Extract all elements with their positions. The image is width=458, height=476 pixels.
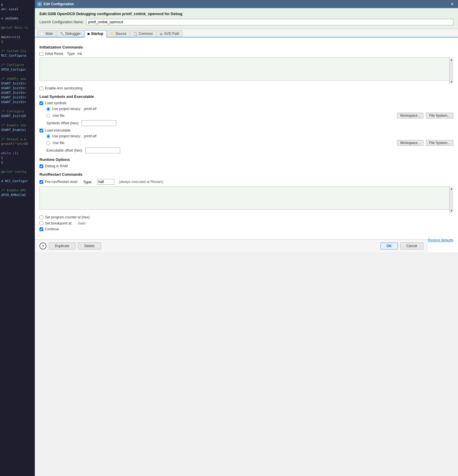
init-commands-header: Initialization Commands xyxy=(39,45,453,49)
tab-startup[interactable]: ▶ Startup xyxy=(84,30,107,37)
enable-arm-semihosting-row: Enable Arm semihosting xyxy=(39,86,453,90)
dialog-content: Edit GDB OpenOCD Debugging configuration… xyxy=(35,8,458,252)
use-project-binary-exec-row: Use project binary: printf.elf xyxy=(46,134,453,138)
tab-svdpath[interactable]: 🗂 SVD Path xyxy=(156,30,183,37)
symbols-offset-row: Symbols offset (hex): xyxy=(46,120,453,126)
load-symbols-row: Load symbols xyxy=(39,101,453,105)
scroll-down-arrow-2[interactable]: ▼ xyxy=(450,209,454,213)
load-symbols-label[interactable]: Load symbols xyxy=(45,101,66,105)
pre-run-restart-checkbox[interactable] xyxy=(39,180,43,184)
code-line: p xyxy=(1,2,34,7)
use-project-binary-symbols-label[interactable]: Use project binary: xyxy=(52,107,81,111)
code-line xyxy=(1,146,34,151)
code-line xyxy=(1,132,34,137)
load-executable-row: Load executable xyxy=(39,128,453,132)
initial-reset-type-value: init xyxy=(77,52,82,56)
cancel-button[interactable]: Cancel xyxy=(400,243,423,249)
initial-reset-label[interactable]: Initial Reset. Type: init xyxy=(45,52,82,56)
set-breakpoint-label[interactable]: Set breakpoint at: xyxy=(45,221,72,225)
code-line: /* Enable the xyxy=(1,123,34,128)
load-executable-checkbox[interactable] xyxy=(39,129,43,132)
restart-type-input[interactable] xyxy=(97,179,114,185)
tab-common[interactable]: 📋 Common xyxy=(130,30,156,37)
symbols-offset-label: Symbols offset (hex): xyxy=(46,121,79,125)
tab-debugger-label: Debugger xyxy=(65,32,81,36)
exec-offset-label: Executable offset (hex): xyxy=(46,148,83,152)
code-line: } xyxy=(1,160,34,165)
run-restart-commands-textarea-container: ▲ ▼ xyxy=(39,186,453,213)
set-breakpoint-checkbox[interactable] xyxy=(39,221,43,225)
symbols-offset-input[interactable] xyxy=(82,120,116,126)
run-restart-commands-textarea[interactable] xyxy=(39,186,453,210)
init-commands-scrollbar: ▲ ▼ xyxy=(449,58,453,84)
tab-common-label: Common xyxy=(139,32,153,36)
symbols-project-binary-value: printf.elf xyxy=(84,107,96,111)
debug-in-ram-label[interactable]: Debug in RAM xyxy=(45,164,68,168)
set-program-counter-checkbox[interactable] xyxy=(39,215,43,219)
use-file-symbols-label[interactable]: Use file: xyxy=(53,114,65,118)
code-line: printf("\n\rUS xyxy=(1,142,34,146)
button-bar: ? Duplicate Delete OK Cancel xyxy=(35,239,428,252)
code-line xyxy=(1,184,34,188)
exec-workspace-button[interactable]: Workspace... xyxy=(397,140,424,146)
use-project-binary-symbols-radio[interactable] xyxy=(46,107,50,111)
close-button[interactable]: ✕ xyxy=(449,1,456,7)
symbols-filesystem-button[interactable]: File System... xyxy=(426,113,453,118)
help-button[interactable]: ? xyxy=(39,243,46,249)
duplicate-button[interactable]: Duplicate xyxy=(49,243,75,249)
use-file-symbols-row: Use file: Workspace... File System... xyxy=(46,113,453,118)
use-project-binary-exec-radio[interactable] xyxy=(46,134,50,138)
continue-checkbox[interactable] xyxy=(39,227,43,231)
breakpoint-value: main xyxy=(78,221,85,225)
debugger-tab-icon: 🔧 xyxy=(60,32,64,36)
load-executable-label[interactable]: Load executable xyxy=(45,128,71,132)
exec-filesystem-button[interactable]: File System... xyxy=(426,140,453,146)
enable-arm-semihosting-checkbox[interactable] xyxy=(39,87,43,90)
use-file-exec-label[interactable]: Use file: xyxy=(53,141,65,145)
config-name-input[interactable] xyxy=(86,19,453,25)
scroll-down-arrow[interactable]: ▼ xyxy=(450,80,454,84)
tab-source[interactable]: 📁 Source xyxy=(107,30,130,37)
code-line xyxy=(1,58,34,63)
config-name-row: Launch Configuration Name: xyxy=(39,19,453,25)
scroll-up-arrow[interactable]: ▲ xyxy=(450,58,454,62)
tab-main[interactable]: 📄 Main xyxy=(37,30,56,37)
code-line xyxy=(1,72,34,77)
code-line: { xyxy=(1,156,34,160)
dialog-title: Edit GDB OpenOCD Debugging configuration… xyxy=(39,12,453,16)
use-project-binary-symbols-row: Use project binary: printf.elf xyxy=(46,107,453,111)
scroll-up-arrow-2[interactable]: ▲ xyxy=(450,186,454,191)
use-file-exec-radio[interactable] xyxy=(46,141,50,145)
set-program-counter-label[interactable]: Set program counter at (hex): xyxy=(45,215,91,219)
pre-run-restart-label[interactable]: Pre-run/Restart reset xyxy=(45,180,77,184)
dialog-title-bar: ⚙ Edit Configuration ✕ xyxy=(35,0,458,8)
initial-reset-checkbox[interactable] xyxy=(39,52,43,56)
debug-in-ram-row: Debug in RAM xyxy=(39,164,453,168)
delete-button[interactable]: Delete xyxy=(78,243,101,249)
restore-defaults-link[interactable]: Restore defaults xyxy=(428,238,453,242)
source-tab-icon: 📁 xyxy=(110,32,114,36)
code-line: USART_Init(US xyxy=(1,114,34,118)
use-file-symbols-radio[interactable] xyxy=(46,114,50,118)
exec-offset-input[interactable] xyxy=(85,148,120,153)
symbols-workspace-button[interactable]: Workspace... xyxy=(397,113,424,118)
code-line: while (1) xyxy=(1,151,34,156)
code-line xyxy=(1,44,34,49)
use-project-binary-exec-label[interactable]: Use project binary: xyxy=(52,134,81,138)
code-line xyxy=(1,174,34,179)
common-tab-icon: 📋 xyxy=(134,32,138,36)
tab-debugger[interactable]: 🔧 Debugger xyxy=(57,30,84,37)
init-commands-textarea[interactable] xyxy=(39,58,453,81)
load-symbols-checkbox[interactable] xyxy=(39,101,43,105)
debug-in-ram-checkbox[interactable] xyxy=(39,164,43,168)
executable-sub-options: Use project binary: printf.elf Use file:… xyxy=(45,134,453,153)
continue-label[interactable]: Continue xyxy=(45,227,59,231)
run-restart-commands-scrollbar: ▲ ▼ xyxy=(449,186,453,213)
ok-button[interactable]: OK xyxy=(381,243,398,249)
code-line: GPIO_APBxClkC xyxy=(1,193,34,197)
code-line: /* System Clo xyxy=(1,49,34,53)
tab-source-label: Source xyxy=(116,32,127,36)
enable-arm-semihosting-label[interactable]: Enable Arm semihosting xyxy=(45,86,82,90)
code-line: main(void) xyxy=(1,35,34,39)
continue-row: Continue xyxy=(39,227,453,231)
